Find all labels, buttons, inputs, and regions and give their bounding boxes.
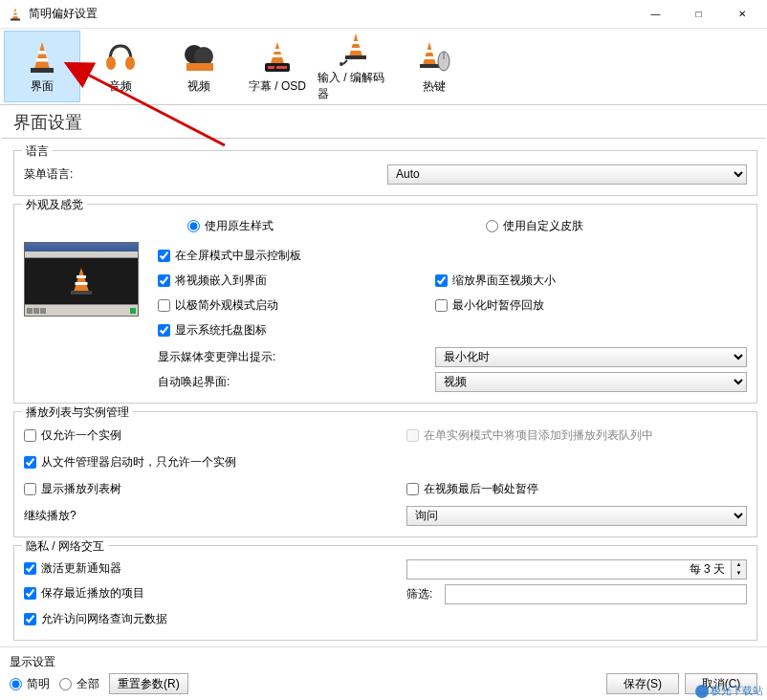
group-playlist: 播放列表与实例管理 仅允许一个实例 在单实例模式中将项目添加到播放列表队列中 从… bbox=[13, 411, 757, 537]
vlc-icon bbox=[8, 7, 23, 22]
reset-button[interactable]: 重置参数(R) bbox=[109, 673, 188, 694]
svg-rect-1 bbox=[13, 11, 17, 13]
headphones-icon bbox=[101, 39, 140, 76]
filter-input[interactable] bbox=[445, 584, 747, 604]
group-title: 语言 bbox=[22, 143, 53, 160]
checkbox-save-recent[interactable]: 保存最近播放的项目 bbox=[24, 585, 144, 602]
settings-scroll-area[interactable]: 语言 菜单语言: Auto 外观及感觉 使用原生样式 使用自定义皮肤 bbox=[0, 139, 767, 644]
cone-subtitle-icon bbox=[258, 39, 296, 76]
svg-rect-27 bbox=[425, 56, 435, 59]
svg-rect-6 bbox=[36, 58, 48, 62]
update-interval-input[interactable] bbox=[406, 559, 732, 580]
film-icon bbox=[180, 39, 218, 76]
svg-rect-15 bbox=[272, 55, 283, 57]
category-video[interactable]: 视频 bbox=[161, 31, 237, 102]
svg-rect-35 bbox=[76, 282, 88, 285]
media-change-popup-select[interactable]: 最小化时 bbox=[435, 347, 747, 367]
svg-point-9 bbox=[125, 56, 135, 70]
watermark: 极光下载站 bbox=[695, 684, 763, 698]
continue-playback-select[interactable]: 询问 bbox=[406, 506, 747, 526]
svg-marker-0 bbox=[12, 8, 18, 19]
spinner-buttons[interactable]: ▲▼ bbox=[732, 559, 747, 580]
native-preview-thumb bbox=[24, 242, 139, 317]
checkbox-update-notifier[interactable]: 激活更新通知器 bbox=[24, 560, 121, 577]
minimize-button[interactable]: — bbox=[634, 1, 677, 28]
category-codecs[interactable]: 输入 / 编解码器 bbox=[318, 31, 394, 102]
checkbox-filemgr-single[interactable]: 从文件管理器启动时，只允许一个实例 bbox=[24, 454, 236, 470]
update-interval-spinner[interactable]: ▲▼ bbox=[406, 559, 747, 580]
svg-rect-18 bbox=[276, 66, 287, 69]
page-title: 界面设置 bbox=[2, 105, 765, 139]
svg-marker-33 bbox=[74, 268, 89, 292]
cone-mouse-icon bbox=[415, 39, 453, 76]
svg-point-24 bbox=[340, 62, 343, 66]
radio-all-settings[interactable]: 全部 bbox=[59, 676, 99, 692]
category-label: 视频 bbox=[187, 78, 210, 95]
category-audio[interactable]: 音频 bbox=[82, 31, 159, 102]
checkbox-pause-minimize[interactable]: 最小化时暂停回放 bbox=[435, 297, 544, 314]
svg-marker-13 bbox=[271, 42, 284, 63]
category-label: 热键 bbox=[423, 78, 446, 95]
maximize-button[interactable]: □ bbox=[677, 1, 720, 28]
category-subtitles[interactable]: 字幕 / OSD bbox=[239, 31, 316, 102]
category-label: 字幕 / OSD bbox=[249, 78, 306, 95]
group-privacy: 隐私 / 网络交互 激活更新通知器 ▲▼ 保存最近播放的项目 筛选: 允许访问网… bbox=[13, 545, 757, 641]
svg-rect-2 bbox=[12, 14, 17, 16]
svg-rect-5 bbox=[38, 51, 46, 55]
footer: 显示设置 简明 全部 重置参数(R) 保存(S) 取消(C) bbox=[0, 646, 767, 700]
checkbox-enqueue-single: 在单实例模式中将项目添加到播放列表队列中 bbox=[406, 427, 653, 444]
category-label: 界面 bbox=[31, 78, 54, 95]
radio-custom-skin[interactable]: 使用自定义皮肤 bbox=[486, 218, 583, 234]
continue-playback-label: 继续播放? bbox=[24, 508, 406, 524]
cone-socket-icon bbox=[337, 31, 375, 67]
svg-point-8 bbox=[106, 56, 116, 70]
category-label: 音频 bbox=[109, 78, 132, 95]
media-change-popup-label: 显示媒体变更弹出提示: bbox=[158, 349, 435, 365]
svg-rect-12 bbox=[186, 63, 213, 71]
checkbox-one-instance[interactable]: 仅允许一个实例 bbox=[24, 427, 121, 444]
svg-marker-25 bbox=[423, 42, 436, 65]
checkbox-show-tree[interactable]: 显示播放列表树 bbox=[24, 481, 121, 497]
checkbox-allow-metadata[interactable]: 允许访问网络查询元数据 bbox=[24, 611, 167, 627]
category-hotkeys[interactable]: 热键 bbox=[396, 31, 472, 102]
radio-simple-settings[interactable]: 简明 bbox=[10, 676, 50, 692]
category-label: 输入 / 编解码器 bbox=[318, 70, 394, 102]
svg-rect-3 bbox=[11, 18, 20, 20]
save-button[interactable]: 保存(S) bbox=[606, 673, 679, 694]
svg-rect-28 bbox=[420, 64, 439, 68]
svg-rect-14 bbox=[274, 49, 282, 52]
svg-rect-17 bbox=[268, 66, 274, 69]
checkbox-systray-icon[interactable]: 显示系统托盘图标 bbox=[158, 322, 267, 339]
category-interface[interactable]: 界面 bbox=[4, 31, 80, 102]
svg-rect-36 bbox=[71, 291, 92, 295]
auto-raise-select[interactable]: 视频 bbox=[435, 372, 747, 392]
menu-language-label: 菜单语言: bbox=[24, 166, 167, 183]
cone-icon bbox=[23, 39, 61, 76]
checkbox-pause-last-frame[interactable]: 在视频最后一帧处暂停 bbox=[406, 481, 538, 497]
checkbox-resize-to-video[interactable]: 缩放界面至视频大小 bbox=[435, 273, 556, 289]
radio-native-style[interactable]: 使用原生样式 bbox=[187, 218, 274, 234]
svg-rect-7 bbox=[31, 68, 54, 73]
group-title: 播放列表与实例管理 bbox=[22, 405, 133, 421]
svg-rect-22 bbox=[345, 55, 366, 59]
checkbox-embed-video[interactable]: 将视频嵌入到界面 bbox=[158, 273, 267, 289]
menu-language-select[interactable]: Auto bbox=[387, 164, 747, 185]
svg-marker-4 bbox=[34, 42, 50, 69]
category-bar: 界面 音频 视频 字幕 / OSD 输入 / 编解码器 热键 bbox=[0, 29, 767, 105]
window-title: 简明偏好设置 bbox=[29, 6, 634, 22]
svg-rect-26 bbox=[426, 50, 433, 53]
group-title: 隐私 / 网络交互 bbox=[22, 538, 108, 555]
auto-raise-label: 自动唤起界面: bbox=[158, 374, 435, 390]
svg-rect-20 bbox=[352, 41, 361, 44]
checkbox-minimal-start[interactable]: 以极简外观模式启动 bbox=[158, 297, 278, 314]
svg-rect-34 bbox=[77, 275, 86, 278]
show-settings-label: 显示设置 bbox=[10, 654, 606, 670]
filter-label: 筛选: bbox=[406, 586, 445, 602]
group-language: 语言 菜单语言: Auto bbox=[13, 150, 757, 196]
svg-rect-21 bbox=[350, 48, 362, 51]
svg-line-23 bbox=[343, 60, 347, 64]
checkbox-fullscreen-controller[interactable]: 在全屏模式中显示控制板 bbox=[158, 248, 301, 264]
group-title: 外观及感觉 bbox=[22, 197, 87, 213]
svg-marker-19 bbox=[349, 33, 362, 56]
close-button[interactable]: ✕ bbox=[720, 1, 763, 28]
